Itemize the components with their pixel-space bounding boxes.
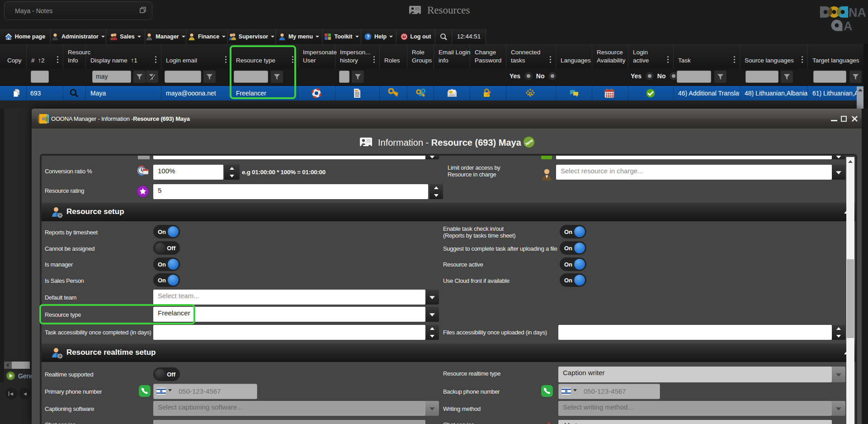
svg-text:NA: NA [849, 6, 866, 19]
svg-text:?: ? [367, 34, 370, 39]
svg-text:A: A [844, 19, 853, 31]
